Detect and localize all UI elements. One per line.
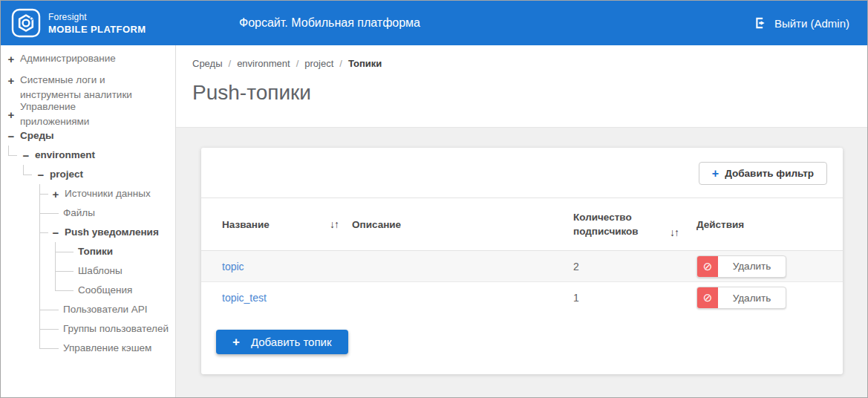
column-label: Количество подписчиков bbox=[573, 210, 650, 238]
sidebar-item-label: Топики bbox=[78, 244, 113, 259]
tree-connector bbox=[39, 232, 48, 233]
sidebar-item-label: Источники данных bbox=[65, 186, 151, 201]
table-row: topic 2 ⊘ Удалить bbox=[201, 251, 843, 282]
tree-connector bbox=[39, 310, 59, 310]
add-topic-label: Добавить топик bbox=[251, 336, 332, 348]
sidebar-item-files[interactable]: Файлы bbox=[1, 203, 175, 223]
sidebar-item-label: Пользователи API bbox=[63, 302, 148, 317]
sort-icon[interactable]: ↓↑ bbox=[330, 218, 339, 230]
tree-connector bbox=[55, 281, 56, 290]
table-row: topic_test 1 ⊘ Удалить bbox=[201, 282, 843, 313]
add-filter-label: Добавить фильтр bbox=[725, 168, 814, 179]
foresight-logo-icon bbox=[11, 8, 41, 38]
table-header-row: Название ↓↑ Описание Количество подписчи… bbox=[201, 198, 843, 251]
content-area: + Добавить фильтр Название ↓↑ Описание bbox=[176, 127, 867, 397]
main-content: Среды / environment / project / Топики P… bbox=[176, 45, 867, 397]
sidebar-item-user-groups[interactable]: Группы пользователей bbox=[1, 319, 175, 339]
column-header-actions: Действия bbox=[696, 219, 822, 230]
sidebar-item-label: Среды bbox=[20, 128, 54, 143]
minus-icon: − bbox=[51, 227, 60, 238]
topic-link[interactable]: topic bbox=[222, 261, 244, 273]
breadcrumb-item-topics: Топики bbox=[348, 58, 382, 69]
logo-text: Foresight MOBILE PLATFORM bbox=[48, 12, 146, 35]
delete-button-label: Удалить bbox=[718, 256, 786, 277]
column-header-name[interactable]: Название ↓↑ bbox=[222, 218, 352, 230]
tree-connector bbox=[8, 155, 17, 156]
add-topic-button[interactable]: + Добавить топик bbox=[216, 330, 348, 354]
topic-link[interactable]: topic_test bbox=[222, 292, 267, 304]
sort-icon[interactable]: ↓↑ bbox=[670, 226, 679, 238]
sidebar-item-app-management[interactable]: + Управление приложениями bbox=[1, 105, 175, 124]
sidebar-item-label: Управление кэшем bbox=[63, 341, 151, 356]
tree-connector bbox=[55, 252, 74, 252]
sidebar-item-environment[interactable]: − environment bbox=[1, 146, 175, 165]
sidebar-item-label: Управление приложениями bbox=[20, 100, 146, 129]
tree-connector bbox=[39, 339, 40, 348]
subscribers-cell: 1 bbox=[573, 292, 696, 304]
app-header: Foresight MOBILE PLATFORM Форсайт. Мобил… bbox=[1, 1, 867, 45]
sidebar-item-label: Файлы bbox=[63, 206, 95, 221]
tree-connector bbox=[39, 348, 59, 349]
tree-connector bbox=[39, 194, 48, 195]
sidebar-item-topics[interactable]: Топики bbox=[1, 242, 175, 261]
card-toolbar: + Добавить фильтр bbox=[201, 148, 843, 198]
logout-button[interactable]: Выйти (Admin) bbox=[754, 17, 849, 30]
plus-icon: + bbox=[7, 53, 16, 65]
breadcrumb-item-environments[interactable]: Среды bbox=[192, 58, 223, 69]
sidebar-item-messages[interactable]: Сообщения bbox=[1, 281, 175, 300]
prohibit-icon: ⊘ bbox=[697, 256, 718, 277]
plus-icon: + bbox=[7, 75, 16, 86]
plus-icon: + bbox=[51, 189, 60, 200]
delete-button[interactable]: ⊘ Удалить bbox=[696, 255, 786, 278]
breadcrumb-separator: / bbox=[290, 58, 305, 69]
breadcrumb-item-project[interactable]: project bbox=[304, 58, 333, 69]
delete-button-label: Удалить bbox=[718, 287, 786, 308]
sidebar-item-label: environment bbox=[35, 148, 95, 163]
sidebar-item-data-sources[interactable]: + Источники данных bbox=[1, 184, 175, 203]
page-header: Среды / environment / project / Топики P… bbox=[176, 45, 867, 127]
tree-connector bbox=[39, 329, 59, 330]
breadcrumb: Среды / environment / project / Топики bbox=[192, 58, 867, 69]
sidebar-item-cache-management[interactable]: Управление кэшем bbox=[1, 339, 175, 358]
column-label: Название bbox=[222, 219, 270, 230]
sidebar-item-label: Push уведомления bbox=[65, 225, 159, 240]
sidebar-item-templates[interactable]: Шаблоны bbox=[1, 261, 175, 281]
sidebar-item-system-logs[interactable]: + Системные логи и инструменты аналитики bbox=[1, 71, 175, 102]
column-header-subscribers[interactable]: Количество подписчиков ↓↑ bbox=[573, 210, 696, 238]
tree-connector bbox=[23, 165, 24, 174]
sidebar-item-administration[interactable]: + Администрирование bbox=[1, 49, 175, 68]
tree-connector bbox=[55, 290, 74, 291]
sidebar-item-label: Группы пользователей bbox=[63, 322, 169, 336]
sidebar-item-project[interactable]: − project bbox=[1, 165, 175, 184]
sidebar-item-environments[interactable]: − Среды bbox=[1, 126, 175, 146]
app-logo[interactable]: Foresight MOBILE PLATFORM bbox=[1, 8, 146, 38]
sidebar-item-label: Системные логи и инструменты аналитики bbox=[20, 73, 146, 102]
sidebar-item-push-notifications[interactable]: − Push уведомления bbox=[1, 223, 175, 242]
breadcrumb-separator: / bbox=[223, 58, 238, 69]
tree-connector bbox=[23, 174, 32, 175]
sidebar-item-label: Шаблоны bbox=[78, 264, 123, 278]
add-filter-button[interactable]: + Добавить фильтр bbox=[699, 162, 827, 185]
column-label: Описание bbox=[352, 219, 401, 230]
app-window: Foresight MOBILE PLATFORM Форсайт. Мобил… bbox=[0, 0, 868, 398]
prohibit-icon: ⊘ bbox=[697, 287, 718, 308]
tree-connector bbox=[39, 281, 40, 300]
tree-connector bbox=[39, 242, 40, 261]
logo-line2: MOBILE PLATFORM bbox=[48, 24, 146, 35]
tree-connector bbox=[39, 261, 40, 281]
page-title: Push-топики bbox=[192, 81, 867, 105]
sidebar-item-api-users[interactable]: Пользователи API bbox=[1, 300, 175, 319]
logout-icon bbox=[754, 17, 767, 30]
plus-icon: + bbox=[712, 167, 719, 180]
minus-icon: − bbox=[22, 150, 30, 161]
tree-connector bbox=[8, 146, 9, 155]
breadcrumb-separator: / bbox=[333, 58, 348, 69]
minus-icon: − bbox=[36, 169, 45, 180]
breadcrumb-item-environment[interactable]: environment bbox=[237, 58, 290, 69]
app-title: Форсайт. Мобильная платформа bbox=[239, 16, 420, 30]
logout-label: Выйти (Admin) bbox=[774, 17, 849, 30]
column-label: Действия bbox=[696, 219, 744, 230]
delete-button[interactable]: ⊘ Удалить bbox=[696, 287, 786, 309]
tree-connector bbox=[39, 213, 59, 214]
plus-icon: + bbox=[232, 335, 240, 350]
